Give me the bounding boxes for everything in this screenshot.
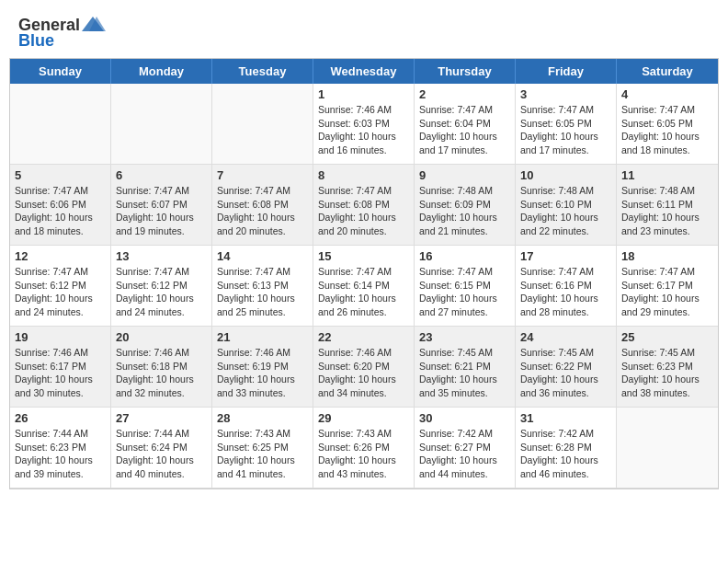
cal-cell bbox=[10, 84, 111, 165]
cell-date: 27 bbox=[116, 411, 207, 425]
day-header-friday: Friday bbox=[516, 59, 617, 84]
cell-info: Sunrise: 7:43 AM Sunset: 6:26 PM Dayligh… bbox=[318, 427, 409, 481]
cal-cell: 11Sunrise: 7:48 AM Sunset: 6:11 PM Dayli… bbox=[617, 165, 718, 246]
cal-cell: 13Sunrise: 7:47 AM Sunset: 6:12 PM Dayli… bbox=[111, 246, 212, 327]
logo: General Blue bbox=[18, 15, 106, 51]
header: General Blue bbox=[0, 0, 728, 58]
cell-info: Sunrise: 7:46 AM Sunset: 6:03 PM Dayligh… bbox=[318, 103, 409, 157]
cell-info: Sunrise: 7:47 AM Sunset: 6:17 PM Dayligh… bbox=[621, 265, 713, 319]
cell-date: 16 bbox=[419, 249, 510, 263]
cell-info: Sunrise: 7:48 AM Sunset: 6:10 PM Dayligh… bbox=[520, 184, 611, 238]
cell-info: Sunrise: 7:45 AM Sunset: 6:23 PM Dayligh… bbox=[621, 346, 713, 400]
cal-cell: 2Sunrise: 7:47 AM Sunset: 6:04 PM Daylig… bbox=[415, 84, 516, 165]
cal-cell: 28Sunrise: 7:43 AM Sunset: 6:25 PM Dayli… bbox=[212, 408, 313, 488]
cal-cell: 29Sunrise: 7:43 AM Sunset: 6:26 PM Dayli… bbox=[313, 408, 415, 488]
cal-cell: 14Sunrise: 7:47 AM Sunset: 6:13 PM Dayli… bbox=[212, 246, 313, 327]
cal-cell: 19Sunrise: 7:46 AM Sunset: 6:17 PM Dayli… bbox=[10, 327, 111, 408]
cell-date: 23 bbox=[419, 330, 510, 344]
cell-info: Sunrise: 7:42 AM Sunset: 6:28 PM Dayligh… bbox=[520, 427, 611, 481]
cell-info: Sunrise: 7:47 AM Sunset: 6:08 PM Dayligh… bbox=[318, 184, 409, 238]
cell-date: 17 bbox=[520, 249, 611, 263]
cal-cell: 6Sunrise: 7:47 AM Sunset: 6:07 PM Daylig… bbox=[111, 165, 212, 246]
cal-cell: 15Sunrise: 7:47 AM Sunset: 6:14 PM Dayli… bbox=[313, 246, 415, 327]
cell-date: 24 bbox=[520, 330, 611, 344]
cal-cell: 16Sunrise: 7:47 AM Sunset: 6:15 PM Dayli… bbox=[415, 246, 516, 327]
cell-date: 21 bbox=[217, 330, 308, 344]
day-header-wednesday: Wednesday bbox=[313, 59, 415, 84]
cell-info: Sunrise: 7:47 AM Sunset: 6:12 PM Dayligh… bbox=[15, 265, 106, 319]
cal-cell: 12Sunrise: 7:47 AM Sunset: 6:12 PM Dayli… bbox=[10, 246, 111, 327]
cell-info: Sunrise: 7:47 AM Sunset: 6:08 PM Dayligh… bbox=[217, 184, 308, 238]
cal-cell: 17Sunrise: 7:47 AM Sunset: 6:16 PM Dayli… bbox=[516, 246, 617, 327]
cell-date: 14 bbox=[217, 249, 308, 263]
cal-cell: 10Sunrise: 7:48 AM Sunset: 6:10 PM Dayli… bbox=[516, 165, 617, 246]
cal-cell bbox=[111, 84, 212, 165]
cal-cell: 3Sunrise: 7:47 AM Sunset: 6:05 PM Daylig… bbox=[516, 84, 617, 165]
cell-date: 30 bbox=[419, 411, 510, 425]
cell-date: 10 bbox=[520, 168, 611, 182]
cell-info: Sunrise: 7:46 AM Sunset: 6:18 PM Dayligh… bbox=[116, 346, 207, 400]
calendar: SundayMondayTuesdayWednesdayThursdayFrid… bbox=[9, 58, 719, 489]
cell-info: Sunrise: 7:46 AM Sunset: 6:20 PM Dayligh… bbox=[318, 346, 409, 400]
calendar-grid: 1Sunrise: 7:46 AM Sunset: 6:03 PM Daylig… bbox=[10, 84, 718, 488]
cell-date: 8 bbox=[318, 168, 409, 182]
cell-date: 12 bbox=[15, 249, 106, 263]
cell-info: Sunrise: 7:43 AM Sunset: 6:25 PM Dayligh… bbox=[217, 427, 308, 481]
cal-cell: 23Sunrise: 7:45 AM Sunset: 6:21 PM Dayli… bbox=[415, 327, 516, 408]
cell-info: Sunrise: 7:47 AM Sunset: 6:14 PM Dayligh… bbox=[318, 265, 409, 319]
day-header-sunday: Sunday bbox=[10, 59, 111, 84]
cell-info: Sunrise: 7:44 AM Sunset: 6:24 PM Dayligh… bbox=[116, 427, 207, 481]
cell-info: Sunrise: 7:47 AM Sunset: 6:04 PM Dayligh… bbox=[419, 103, 510, 157]
cell-info: Sunrise: 7:47 AM Sunset: 6:05 PM Dayligh… bbox=[621, 103, 713, 157]
cal-cell: 20Sunrise: 7:46 AM Sunset: 6:18 PM Dayli… bbox=[111, 327, 212, 408]
cal-cell: 24Sunrise: 7:45 AM Sunset: 6:22 PM Dayli… bbox=[516, 327, 617, 408]
cal-cell: 18Sunrise: 7:47 AM Sunset: 6:17 PM Dayli… bbox=[617, 246, 718, 327]
cell-info: Sunrise: 7:42 AM Sunset: 6:27 PM Dayligh… bbox=[419, 427, 510, 481]
cell-date: 1 bbox=[318, 87, 409, 101]
page-container: General Blue SundayMondayTuesdayWednesda… bbox=[0, 0, 728, 489]
day-headers: SundayMondayTuesdayWednesdayThursdayFrid… bbox=[10, 59, 718, 84]
cell-date: 11 bbox=[621, 168, 713, 182]
cell-info: Sunrise: 7:47 AM Sunset: 6:13 PM Dayligh… bbox=[217, 265, 308, 319]
cal-cell: 4Sunrise: 7:47 AM Sunset: 6:05 PM Daylig… bbox=[617, 84, 718, 165]
cell-info: Sunrise: 7:47 AM Sunset: 6:15 PM Dayligh… bbox=[419, 265, 510, 319]
cell-info: Sunrise: 7:48 AM Sunset: 6:11 PM Dayligh… bbox=[621, 184, 713, 238]
cell-info: Sunrise: 7:48 AM Sunset: 6:09 PM Dayligh… bbox=[419, 184, 510, 238]
cell-info: Sunrise: 7:47 AM Sunset: 6:07 PM Dayligh… bbox=[116, 184, 207, 238]
day-header-thursday: Thursday bbox=[415, 59, 516, 84]
logo-blue-text: Blue bbox=[18, 31, 54, 51]
cell-date: 20 bbox=[116, 330, 207, 344]
cal-cell: 31Sunrise: 7:42 AM Sunset: 6:28 PM Dayli… bbox=[516, 408, 617, 488]
cell-info: Sunrise: 7:45 AM Sunset: 6:22 PM Dayligh… bbox=[520, 346, 611, 400]
cal-cell: 1Sunrise: 7:46 AM Sunset: 6:03 PM Daylig… bbox=[313, 84, 415, 165]
cell-date: 7 bbox=[217, 168, 308, 182]
cell-info: Sunrise: 7:46 AM Sunset: 6:17 PM Dayligh… bbox=[15, 346, 106, 400]
cell-date: 29 bbox=[318, 411, 409, 425]
day-header-saturday: Saturday bbox=[617, 59, 718, 84]
cal-cell: 22Sunrise: 7:46 AM Sunset: 6:20 PM Dayli… bbox=[313, 327, 415, 408]
cal-cell: 21Sunrise: 7:46 AM Sunset: 6:19 PM Dayli… bbox=[212, 327, 313, 408]
logo-icon bbox=[80, 15, 106, 35]
cell-date: 9 bbox=[419, 168, 510, 182]
cell-info: Sunrise: 7:46 AM Sunset: 6:19 PM Dayligh… bbox=[217, 346, 308, 400]
cell-date: 26 bbox=[15, 411, 106, 425]
cal-cell: 8Sunrise: 7:47 AM Sunset: 6:08 PM Daylig… bbox=[313, 165, 415, 246]
cal-cell: 9Sunrise: 7:48 AM Sunset: 6:09 PM Daylig… bbox=[415, 165, 516, 246]
cell-info: Sunrise: 7:44 AM Sunset: 6:23 PM Dayligh… bbox=[15, 427, 106, 481]
day-header-monday: Monday bbox=[111, 59, 212, 84]
cal-cell bbox=[617, 408, 718, 488]
cell-date: 2 bbox=[419, 87, 510, 101]
cal-cell bbox=[212, 84, 313, 165]
cell-date: 5 bbox=[15, 168, 106, 182]
cal-cell: 30Sunrise: 7:42 AM Sunset: 6:27 PM Dayli… bbox=[415, 408, 516, 488]
cell-date: 25 bbox=[621, 330, 713, 344]
cal-cell: 25Sunrise: 7:45 AM Sunset: 6:23 PM Dayli… bbox=[617, 327, 718, 408]
cell-date: 19 bbox=[15, 330, 106, 344]
cell-date: 13 bbox=[116, 249, 207, 263]
cal-cell: 5Sunrise: 7:47 AM Sunset: 6:06 PM Daylig… bbox=[10, 165, 111, 246]
cell-date: 15 bbox=[318, 249, 409, 263]
cell-info: Sunrise: 7:47 AM Sunset: 6:05 PM Dayligh… bbox=[520, 103, 611, 157]
cell-info: Sunrise: 7:47 AM Sunset: 6:12 PM Dayligh… bbox=[116, 265, 207, 319]
cell-date: 31 bbox=[520, 411, 611, 425]
cal-cell: 27Sunrise: 7:44 AM Sunset: 6:24 PM Dayli… bbox=[111, 408, 212, 488]
